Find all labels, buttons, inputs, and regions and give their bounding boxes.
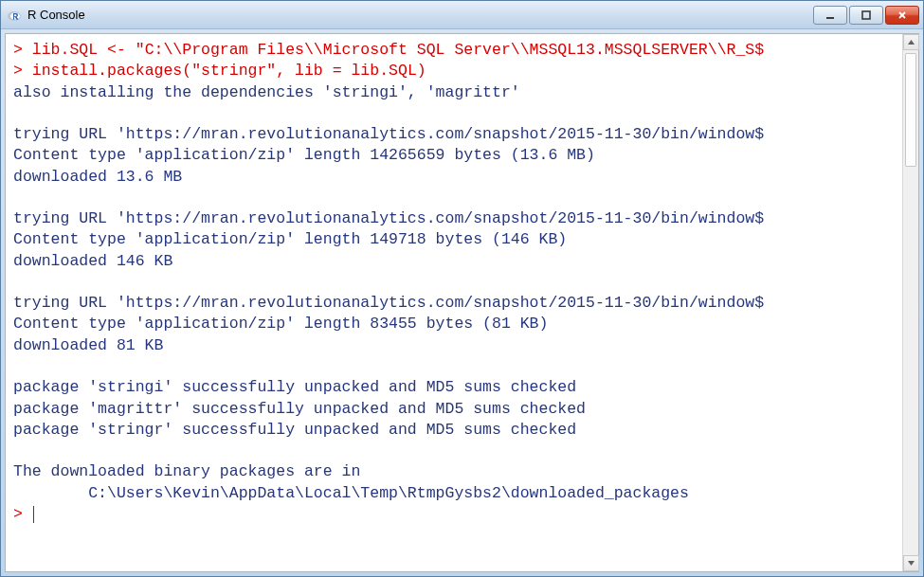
vertical-scrollbar[interactable] bbox=[902, 34, 918, 571]
r-app-icon bbox=[7, 8, 22, 23]
output-line: trying URL 'https://mran.revolutionanaly… bbox=[13, 294, 764, 312]
svg-marker-7 bbox=[908, 561, 915, 566]
output-line: trying URL 'https://mran.revolutionanaly… bbox=[13, 209, 764, 227]
output-line: trying URL 'https://mran.revolutionanaly… bbox=[13, 125, 764, 143]
prompt: > bbox=[13, 62, 23, 80]
minimize-icon bbox=[824, 9, 836, 21]
prompt: > bbox=[13, 505, 23, 523]
close-icon bbox=[897, 9, 908, 21]
r-console-window: R Console > lib.SQL <- "C:\\Program File… bbox=[0, 0, 924, 577]
titlebar[interactable]: R Console bbox=[1, 1, 923, 29]
output-line: Content type 'application/zip' length 83… bbox=[13, 315, 548, 333]
command-line: lib.SQL <- "C:\\Program Files\\Microsoft… bbox=[32, 41, 764, 59]
output-line: downloaded 146 KB bbox=[13, 252, 172, 270]
text-cursor bbox=[33, 506, 34, 523]
client-area: > lib.SQL <- "C:\\Program Files\\Microso… bbox=[5, 33, 919, 572]
scroll-up-button[interactable] bbox=[903, 34, 919, 50]
svg-rect-2 bbox=[826, 17, 834, 19]
chevron-up-icon bbox=[907, 38, 915, 46]
prompt: > bbox=[13, 41, 23, 59]
scroll-down-button[interactable] bbox=[903, 555, 919, 571]
output-line: downloaded 13.6 MB bbox=[13, 168, 182, 186]
output-line: package 'magrittr' successfully unpacked… bbox=[13, 400, 586, 418]
scroll-thumb[interactable] bbox=[905, 53, 916, 167]
command-line: install.packages("stringr", lib = lib.SQ… bbox=[32, 62, 426, 80]
output-line: Content type 'application/zip' length 14… bbox=[13, 230, 567, 248]
output-line: C:\Users\Kevin\AppData\Local\Temp\RtmpGy… bbox=[13, 484, 689, 502]
svg-marker-6 bbox=[908, 40, 915, 45]
output-line: package 'stringi' successfully unpacked … bbox=[13, 378, 576, 396]
output-line: package 'stringr' successfully unpacked … bbox=[13, 421, 576, 439]
output-line: downloaded 81 KB bbox=[13, 336, 163, 354]
output-line: also installing the dependencies 'string… bbox=[13, 83, 520, 101]
maximize-icon bbox=[861, 9, 872, 21]
output-line: The downloaded binary packages are in bbox=[13, 462, 360, 480]
maximize-button[interactable] bbox=[849, 6, 883, 25]
window-controls bbox=[813, 6, 919, 25]
window-title: R Console bbox=[27, 8, 813, 22]
chevron-down-icon bbox=[907, 559, 915, 568]
svg-rect-3 bbox=[862, 11, 870, 19]
minimize-button[interactable] bbox=[813, 6, 847, 25]
close-button[interactable] bbox=[885, 6, 919, 25]
output-line: Content type 'application/zip' length 14… bbox=[13, 146, 595, 164]
console-output[interactable]: > lib.SQL <- "C:\\Program Files\\Microso… bbox=[6, 34, 902, 571]
